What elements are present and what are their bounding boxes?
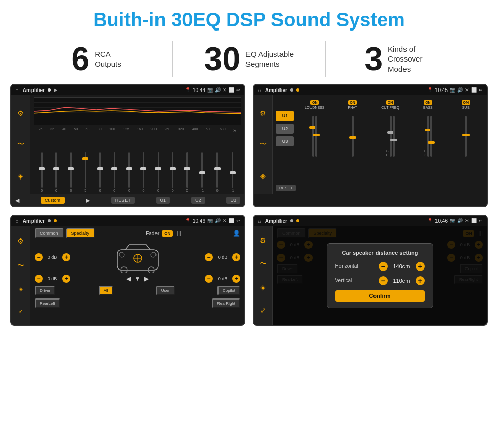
eq-slider-6[interactable]: 0 — [113, 146, 115, 192]
eq-slider-4[interactable]: 5 — [84, 146, 86, 192]
cross-left-panel: ⚙ 〜 ◈ — [254, 95, 273, 194]
home-icon-3[interactable]: ⌂ — [15, 218, 19, 224]
slider-loudness-2[interactable] — [315, 116, 317, 157]
confirm-button[interactable]: Confirm — [335, 290, 425, 302]
eq-slider-3[interactable]: 0 — [70, 146, 72, 192]
eq-slider-11[interactable]: 0 — [186, 146, 188, 192]
slider-cutfreq-2[interactable] — [393, 116, 395, 157]
eq-wave-icon[interactable]: 〜 — [17, 140, 24, 149]
btn-u3[interactable]: U3 — [226, 197, 240, 204]
home-icon-1[interactable]: ⌂ — [15, 87, 19, 93]
slider-track-4 — [85, 152, 86, 188]
btn-copilot[interactable]: Copilot — [217, 286, 240, 295]
slider-bass-1[interactable] — [427, 116, 429, 157]
slider-track-13 — [216, 152, 218, 188]
fl-val: 0 dB — [45, 255, 60, 260]
next-icon[interactable]: ▶ — [86, 197, 90, 204]
horizontal-minus[interactable]: − — [379, 262, 388, 271]
slider-track-3 — [70, 152, 72, 188]
back-icon-2: ↩ — [479, 87, 483, 93]
eq-slider-12[interactable]: -1 — [201, 146, 204, 192]
dist-expand-icon[interactable]: ⤢ — [260, 306, 266, 314]
fr-plus[interactable]: + — [232, 253, 240, 261]
rl-minus[interactable]: − — [35, 275, 43, 283]
rr-minus[interactable]: − — [205, 275, 213, 283]
tab-common[interactable]: Common — [35, 228, 64, 238]
btn-all[interactable]: All — [99, 286, 113, 295]
btn-user[interactable]: User — [156, 286, 175, 295]
home-icon-4[interactable]: ⌂ — [258, 218, 261, 224]
user-icon[interactable]: 👤 — [233, 230, 240, 237]
camera-icon-1: 📷 — [207, 87, 213, 93]
btn-reset-cross[interactable]: RESET — [276, 185, 296, 191]
slider-loudness-1[interactable] — [312, 116, 314, 157]
slider-phat[interactable] — [352, 116, 354, 157]
screen-fader: ⌂ Amplifier 📍 10:46 📷 🔊 ✕ ⬜ ↩ ⚙ 〜 ◈ ⤢ — [10, 215, 245, 326]
fader-wave-icon[interactable]: 〜 — [17, 261, 24, 271]
btn-custom[interactable]: Custom — [41, 197, 65, 204]
slider-track-10 — [172, 152, 173, 188]
eq-speaker-icon[interactable]: ◈ — [18, 172, 23, 180]
eq-slider-10[interactable]: 0 — [172, 146, 174, 192]
dist-wave-icon[interactable]: 〜 — [260, 259, 267, 268]
on-sub: ON — [462, 100, 471, 105]
rr-plus[interactable]: + — [232, 275, 240, 283]
window-icon-3: ⬜ — [229, 218, 234, 223]
fader-filter-icon[interactable]: ⚙ — [17, 237, 24, 245]
status-icons-1: 📍 10:44 📷 🔊 ✕ ⬜ ↩ — [185, 87, 240, 93]
cross-speaker-icon[interactable]: ◈ — [260, 172, 266, 180]
vertical-plus[interactable]: + — [416, 276, 425, 285]
prev-icon[interactable]: ◀ — [15, 197, 19, 204]
down-arrow[interactable]: ▼ — [135, 275, 141, 282]
dist-main: Common Specialty ON ||| − 0 dB + − — [273, 226, 487, 325]
fader-on-toggle[interactable]: ON — [162, 230, 173, 237]
eq-filter-icon[interactable]: ⚙ — [17, 109, 24, 117]
stat-rca-label: RCA Outputs — [95, 49, 121, 69]
eq-slider-9[interactable]: 0 — [157, 146, 159, 192]
btn-driver[interactable]: Driver — [35, 286, 55, 295]
dist-speaker-icon[interactable]: ◈ — [260, 283, 266, 291]
btn-rearleft[interactable]: RearLeft — [35, 298, 60, 308]
back-icon-1: ↩ — [236, 87, 240, 93]
eq-slider-2[interactable]: 0 — [55, 146, 57, 192]
vertical-minus[interactable]: − — [379, 276, 388, 285]
tab-specialty[interactable]: Specialty — [66, 228, 95, 238]
fl-minus[interactable]: − — [35, 253, 43, 261]
home-icon-2[interactable]: ⌂ — [258, 87, 261, 93]
cross-wave-icon[interactable]: 〜 — [260, 140, 267, 149]
fader-expand-icon[interactable]: ⤢ — [19, 308, 23, 314]
btn-u2[interactable]: U2 — [191, 197, 205, 204]
btn-u3-cross[interactable]: U3 — [276, 136, 294, 146]
eq-slider-1[interactable]: 0 — [41, 146, 43, 192]
eq-slider-5[interactable]: 0 — [99, 146, 101, 192]
fl-plus[interactable]: + — [62, 253, 70, 261]
rl-plus[interactable]: + — [62, 275, 70, 283]
horizontal-plus[interactable]: + — [416, 262, 425, 271]
slider-cutfreq-1[interactable] — [390, 116, 392, 157]
eq-slider-14[interactable]: -1 — [231, 146, 234, 192]
dist-filter-icon[interactable]: ⚙ — [260, 236, 266, 245]
btn-u1[interactable]: U1 — [156, 197, 170, 204]
slider-bass-2[interactable] — [430, 116, 432, 157]
expand-icon[interactable]: » — [233, 127, 236, 133]
btn-rearright[interactable]: RearRight — [212, 298, 240, 308]
eq-slider-13[interactable]: 0 — [216, 146, 219, 192]
slider-sub[interactable] — [465, 116, 467, 157]
fader-speaker-icon[interactable]: ◈ — [19, 286, 23, 292]
fader-bottom-btns: Driver All User Copilot — [35, 286, 240, 295]
gps-icon-2: 📍 — [427, 87, 433, 93]
left-arrow[interactable]: ◀ — [126, 275, 131, 282]
btn-u1-cross[interactable]: U1 — [276, 111, 294, 121]
cross-filter-icon[interactable]: ⚙ — [260, 109, 266, 117]
eq-slider-7[interactable]: 0 — [128, 146, 130, 192]
stat-crossover-label: Kinds of Crossover Modes — [388, 44, 439, 74]
freq-160: 160 — [137, 127, 143, 133]
freq-25: 25 — [39, 127, 43, 133]
slider-val-4: 5 — [84, 189, 86, 192]
fr-minus[interactable]: − — [205, 253, 213, 261]
status-dot-4b — [296, 219, 299, 222]
eq-slider-8[interactable]: 0 — [143, 146, 145, 192]
btn-u2-cross[interactable]: U2 — [276, 124, 294, 134]
right-arrow[interactable]: ▶ — [144, 275, 149, 282]
btn-reset[interactable]: RESET — [111, 197, 135, 204]
